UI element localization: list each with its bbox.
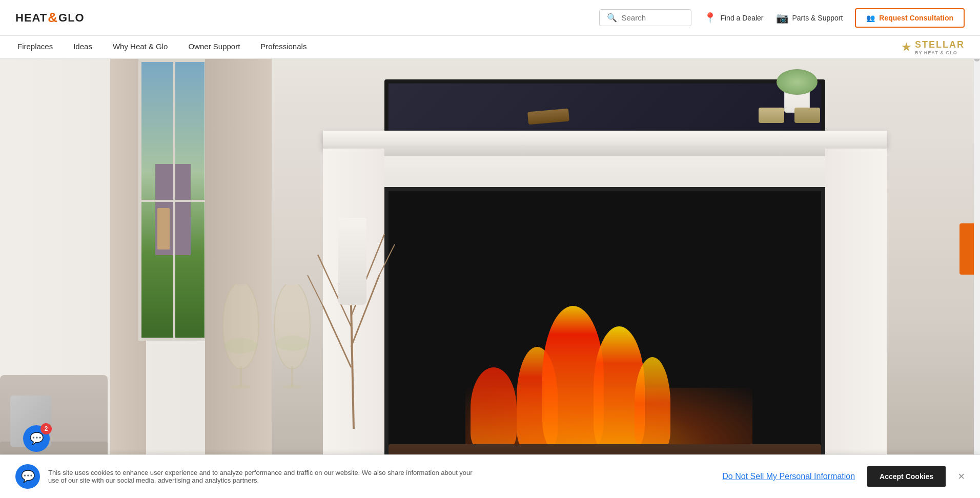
stellar-star-icon: ★: [902, 41, 912, 53]
do-not-sell-link[interactable]: Do Not Sell My Personal Information: [722, 472, 855, 481]
svg-rect-10: [240, 366, 242, 387]
nav-item-professionals[interactable]: Professionals: [258, 36, 309, 59]
people-icon: 👥: [866, 14, 875, 22]
cookie-text: This site uses cookies to enhance user e…: [48, 469, 484, 484]
search-bar[interactable]: 🔍: [599, 9, 691, 26]
nav-left: Fireplaces Ideas Why Heat & Glo Owner Su…: [15, 36, 309, 59]
logo[interactable]: HEAT & GLO: [15, 10, 85, 26]
stellar-sub-label: by Heat & Glo: [915, 50, 965, 55]
find-dealer-link[interactable]: 📍 Find a Dealer: [704, 12, 763, 24]
search-input[interactable]: [621, 13, 684, 22]
surround-header: [384, 156, 825, 187]
hero-scene: [0, 59, 980, 498]
svg-point-13: [274, 284, 310, 369]
camera-icon: 📷: [776, 12, 789, 24]
nav-why-label: Why Heat & Glo: [113, 42, 168, 51]
window-divider-vertical: [173, 62, 175, 338]
stellar-logo[interactable]: ★ STELLAR by Heat & Glo: [902, 39, 965, 55]
svg-line-0: [351, 306, 354, 429]
twig-vase-body: [338, 218, 366, 305]
accept-cookies-button[interactable]: Accept Cookies: [867, 466, 946, 487]
nav-item-why[interactable]: Why Heat & Glo: [111, 36, 170, 59]
main-nav: Fireplaces Ideas Why Heat & Glo Owner Su…: [0, 36, 980, 59]
cookie-actions: Do Not Sell My Personal Information Acce…: [722, 466, 965, 487]
firebox: [384, 187, 825, 498]
svg-point-15: [282, 385, 302, 389]
cookie-close-button[interactable]: ×: [958, 470, 965, 483]
curtain-right: [205, 59, 272, 498]
nav-item-ideas[interactable]: Ideas: [71, 36, 94, 59]
request-consultation-button[interactable]: 👥 Request Consultation: [855, 8, 965, 28]
cookie-icon: 💬: [15, 464, 40, 489]
stellar-label: STELLAR: [915, 39, 965, 50]
mantle-shelf-edge: [328, 146, 882, 156]
notification-badge: 2: [40, 423, 52, 434]
fireplace-section: [272, 59, 980, 498]
hero-section: [0, 59, 980, 498]
scrollbar[interactable]: [974, 0, 980, 498]
svg-line-6: [379, 244, 395, 275]
mantle-decor: [323, 105, 887, 146]
header: HEAT & GLO 🔍 📍 Find a Dealer 📷 Parts & S…: [0, 0, 980, 36]
cookie-banner: 💬 This site uses cookies to enhance user…: [0, 454, 980, 498]
nav-item-owner-support[interactable]: Owner Support: [186, 36, 242, 59]
nav-item-fireplaces[interactable]: Fireplaces: [15, 36, 55, 59]
svg-point-11: [231, 385, 251, 389]
notification-bubble[interactable]: 💬 2: [23, 425, 50, 452]
logo-text-after: GLO: [58, 11, 85, 25]
svg-point-16: [276, 336, 309, 351]
wood-decoration: [527, 109, 569, 125]
window-frame: [138, 59, 208, 341]
header-right: 🔍 📍 Find a Dealer 📷 Parts & Support 👥 Re…: [599, 8, 965, 28]
decorative-box-1: [759, 108, 784, 123]
logo-text-before: HEAT: [15, 11, 47, 25]
nav-fireplaces-label: Fireplaces: [17, 42, 53, 51]
stellar-text-group: STELLAR by Heat & Glo: [915, 39, 965, 55]
nav-ideas-label: Ideas: [73, 42, 92, 51]
wine-glass-1: [220, 284, 261, 397]
parts-support-link[interactable]: 📷 Parts & Support: [776, 12, 843, 24]
svg-line-1: [323, 306, 351, 367]
consultation-label: Request Consultation: [879, 14, 953, 22]
svg-rect-14: [291, 366, 293, 387]
surround-right-column: [825, 149, 887, 497]
svg-point-9: [223, 284, 259, 369]
cookie-chat-icon: 💬: [21, 470, 35, 483]
search-icon: 🔍: [607, 13, 617, 23]
nav-professionals-label: Professionals: [260, 42, 307, 51]
chat-icon: 💬: [30, 432, 44, 445]
wine-glasses: [220, 284, 313, 397]
nav-right: ★ STELLAR by Heat & Glo: [902, 39, 965, 55]
decorative-box-2: [794, 108, 820, 123]
mantle-surround: [323, 79, 887, 498]
svg-point-12: [224, 338, 257, 354]
location-icon: 📍: [704, 12, 717, 24]
plant-leaves: [777, 69, 818, 95]
side-tab[interactable]: [959, 223, 974, 275]
wine-glass-2: [272, 284, 313, 397]
find-dealer-label: Find a Dealer: [720, 14, 763, 22]
logo-flame-icon: &: [48, 10, 58, 26]
nav-owner-label: Owner Support: [188, 42, 240, 51]
parts-support-label: Parts & Support: [792, 14, 843, 22]
